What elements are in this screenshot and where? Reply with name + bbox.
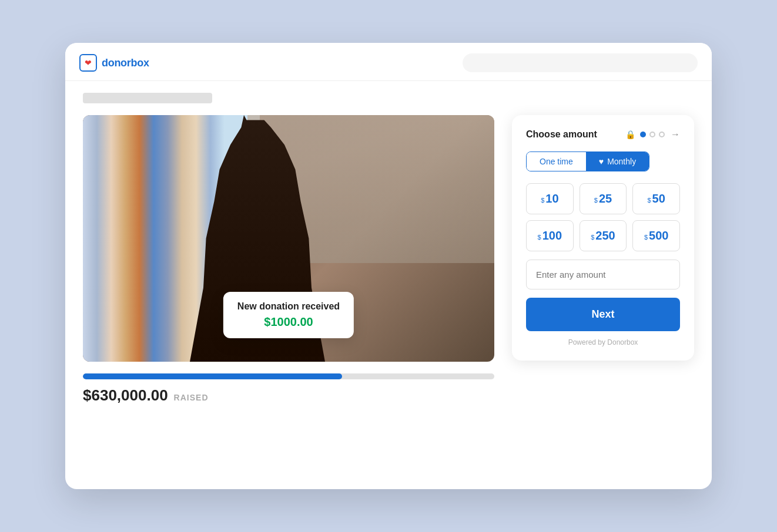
step-dot-2 (649, 132, 655, 137)
breadcrumb (83, 93, 212, 103)
widget-title: Choose amount (526, 129, 597, 140)
logo-icon: ❤ (79, 54, 97, 72)
hero-image: New donation received $1000.00 (83, 115, 494, 362)
progress-stats: $630,000.00 RAISED (83, 386, 494, 405)
amount-currency-4: $ (538, 234, 541, 241)
logo-heart-icon: ❤ (85, 58, 92, 68)
amount-value-6: 500 (649, 229, 668, 243)
amount-currency-6: $ (644, 234, 648, 241)
widget-header: Choose amount 🔒 → (526, 129, 680, 140)
progress-bar-container (83, 373, 494, 379)
amount-value-1: 10 (545, 192, 558, 206)
amount-btn-10[interactable]: $ 10 (526, 183, 574, 214)
progress-bar-fill (83, 373, 342, 379)
lock-icon: 🔒 (625, 130, 635, 139)
amount-currency-3: $ (647, 197, 651, 204)
url-bar[interactable] (463, 53, 698, 72)
main-layout: New donation received $1000.00 $630,000.… (83, 115, 694, 405)
amount-value-5: 250 (595, 229, 615, 243)
custom-amount-input[interactable] (526, 260, 680, 289)
widget-header-right: 🔒 → (625, 129, 680, 140)
notification-popup: New donation received $1000.00 (223, 292, 354, 338)
raised-amount: $630,000.00 (83, 386, 168, 405)
amount-btn-500[interactable]: $ 500 (632, 220, 680, 251)
notification-title: New donation received (237, 301, 340, 312)
frequency-tabs-container: One time ♥ Monthly (526, 151, 680, 171)
amount-currency-1: $ (541, 197, 544, 204)
amount-currency-5: $ (591, 234, 594, 241)
amount-btn-25[interactable]: $ 25 (580, 183, 627, 214)
amount-value-4: 100 (542, 229, 562, 243)
right-panel: Choose amount 🔒 → (512, 115, 694, 361)
progress-section: $630,000.00 RAISED (83, 373, 494, 405)
arrow-right-icon: → (671, 129, 680, 140)
browser-content: New donation received $1000.00 $630,000.… (65, 81, 712, 422)
step-dot-3 (659, 132, 665, 137)
logo-area: ❤ donorbox (79, 54, 149, 72)
amount-btn-100[interactable]: $ 100 (526, 220, 574, 251)
raised-label: RAISED (174, 393, 209, 402)
frequency-tabs: One time ♥ Monthly (526, 151, 649, 171)
next-button[interactable]: Next (526, 298, 680, 331)
donation-widget: Choose amount 🔒 → (512, 115, 694, 361)
left-panel: New donation received $1000.00 $630,000.… (83, 115, 494, 405)
browser-top-bar: ❤ donorbox (65, 43, 712, 81)
amount-value-2: 25 (599, 192, 612, 206)
amount-currency-2: $ (594, 197, 598, 204)
notification-amount: $1000.00 (237, 315, 340, 329)
monthly-tab[interactable]: ♥ Monthly (586, 152, 649, 171)
amount-grid: $ 10 $ 25 $ 50 $ 100 (526, 183, 680, 251)
one-time-tab[interactable]: One time (527, 152, 586, 171)
amount-btn-50[interactable]: $ 50 (632, 183, 680, 214)
logo-text: donorbox (102, 57, 149, 69)
monthly-label: Monthly (607, 157, 636, 166)
amount-value-3: 50 (652, 192, 665, 206)
amount-btn-250[interactable]: $ 250 (580, 220, 627, 251)
step-dots (640, 132, 665, 137)
step-dot-1 (640, 132, 646, 137)
browser-window: ❤ donorbox New donat (65, 43, 712, 489)
heart-icon: ♥ (599, 157, 604, 166)
powered-by: Powered by Donorbox (526, 338, 680, 346)
